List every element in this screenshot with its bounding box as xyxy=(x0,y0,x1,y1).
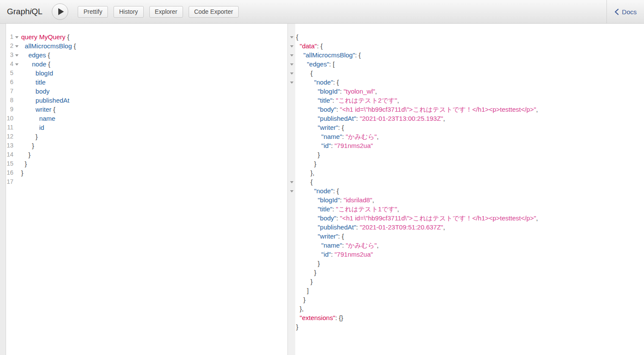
play-icon xyxy=(58,8,64,15)
code-token: : xyxy=(336,106,340,113)
query-code-line[interactable]: 12 } xyxy=(6,132,287,141)
query-code-text: } xyxy=(21,168,23,177)
code-token xyxy=(21,88,35,95)
toolbar-button-prettify[interactable]: Prettify xyxy=(78,6,108,18)
fold-gutter-cell xyxy=(13,96,20,105)
query-code-line[interactable]: 15 } xyxy=(6,159,287,168)
line-number: 15 xyxy=(6,159,13,168)
fold-gutter-cell xyxy=(13,177,20,186)
fold-toggle-icon[interactable] xyxy=(290,181,294,183)
code-token: }, xyxy=(300,305,303,312)
code-token: { xyxy=(46,60,50,68)
result-fold-gutter-cell xyxy=(288,286,295,295)
query-code-line[interactable]: 5 blogId xyxy=(6,69,287,78)
query-code-line[interactable]: 2 allMicrocmsBlog { xyxy=(6,41,287,50)
result-code-line: } xyxy=(296,268,644,277)
code-token: : xyxy=(340,196,344,204)
fold-toggle-icon[interactable] xyxy=(290,82,294,84)
line-number: 10 xyxy=(6,114,13,123)
result-code-line: }, xyxy=(296,168,644,177)
code-token: edges xyxy=(28,51,46,59)
result-code-line: { xyxy=(296,69,644,78)
query-code-line[interactable]: 13 } xyxy=(6,141,287,150)
code-token: "writer" xyxy=(318,232,338,240)
code-token xyxy=(296,223,318,231)
fold-toggle-icon[interactable] xyxy=(290,45,294,47)
code-token xyxy=(296,196,318,204)
result-code-line: } xyxy=(296,295,644,304)
result-code-line: "blogId": "tyolon_wl", xyxy=(296,87,644,96)
code-token: : { xyxy=(338,124,344,131)
code-token: publishedAt xyxy=(35,97,69,104)
code-token: allMicrocmsBlog xyxy=(25,42,72,50)
result-fold-gutter-cell xyxy=(288,186,295,195)
app-title-part: Graph xyxy=(7,7,30,16)
fold-toggle-icon[interactable] xyxy=(290,36,294,38)
query-code-line[interactable]: 1query MyQuery { xyxy=(6,32,287,41)
fold-toggle-icon[interactable] xyxy=(290,190,294,192)
fold-gutter-cell xyxy=(13,87,20,96)
code-token: : { xyxy=(355,51,361,59)
string-value: "2021-01-23T13:00:25.193Z" xyxy=(360,115,443,122)
query-editor[interactable]: 1query MyQuery {2 allMicrocmsBlog {3 edg… xyxy=(6,24,287,355)
code-token xyxy=(21,151,28,158)
fold-toggle-icon[interactable] xyxy=(15,45,19,47)
code-token: { xyxy=(51,106,55,113)
query-code-line[interactable]: 10 name xyxy=(6,114,287,123)
code-token xyxy=(296,97,318,104)
query-code-line[interactable]: 7 body xyxy=(6,87,287,96)
code-token xyxy=(296,296,303,303)
result-fold-gutter-cell xyxy=(288,223,295,232)
query-code-line[interactable]: 6 title xyxy=(6,78,287,87)
query-code-line[interactable]: 16} xyxy=(6,168,287,177)
string-value: "かみむら" xyxy=(346,133,377,140)
code-token: } xyxy=(21,169,23,176)
query-code-text: query MyQuery { xyxy=(21,32,69,41)
fold-toggle-icon[interactable] xyxy=(15,54,19,57)
result-code-line: "title": "これはテスト1です", xyxy=(296,204,644,214)
code-token xyxy=(296,142,321,149)
code-token: : xyxy=(336,214,340,222)
code-token xyxy=(296,88,318,95)
result-fold-gutter-cell xyxy=(288,195,295,204)
line-number: 11 xyxy=(6,123,13,132)
execute-query-button[interactable] xyxy=(52,3,68,20)
result-code-line: { xyxy=(296,32,644,41)
fold-toggle-icon[interactable] xyxy=(290,63,294,66)
code-token xyxy=(296,205,318,213)
query-code-text: publishedAt xyxy=(21,96,69,105)
toolbar-button-history[interactable]: History xyxy=(114,6,144,18)
result-gutter-resize-handle[interactable] xyxy=(287,24,295,355)
code-token: , xyxy=(536,106,538,113)
fold-toggle-icon[interactable] xyxy=(15,63,19,66)
string-value: "791nms2ua" xyxy=(335,251,373,258)
fold-toggle-icon[interactable] xyxy=(15,36,19,38)
toolbar-button-explorer[interactable]: Explorer xyxy=(149,6,183,18)
query-code-line[interactable]: 8 publishedAt xyxy=(6,96,287,105)
fold-toggle-icon[interactable] xyxy=(290,72,294,75)
fold-gutter-cell xyxy=(13,69,20,78)
query-code-line[interactable]: 14 } xyxy=(6,150,287,159)
fold-gutter-cell xyxy=(13,114,20,123)
query-code-line[interactable]: 17 xyxy=(6,177,287,186)
toolbar-button-code-exporter[interactable]: Code Exporter xyxy=(189,6,239,18)
code-token: MyQuery xyxy=(39,33,66,41)
result-fold-gutter-cell xyxy=(288,168,295,177)
docs-link[interactable]: Docs xyxy=(607,8,644,16)
result-fold-gutter-cell xyxy=(288,214,295,223)
query-code-text: writer { xyxy=(21,105,55,114)
code-token: : {} xyxy=(335,314,343,321)
query-code-line[interactable]: 9 writer { xyxy=(6,105,287,114)
query-code-line[interactable]: 11 id xyxy=(6,123,287,132)
code-token: name xyxy=(39,115,56,122)
result-fold-gutter-cell xyxy=(288,159,295,168)
code-token: "body" xyxy=(318,214,336,222)
code-token: , xyxy=(377,242,379,249)
code-token: "id" xyxy=(321,251,331,258)
code-token: } xyxy=(25,160,27,167)
fold-gutter-cell xyxy=(13,32,20,41)
query-code-line[interactable]: 3 edges { xyxy=(6,50,287,60)
result-code-line: } xyxy=(296,150,644,159)
fold-toggle-icon[interactable] xyxy=(290,54,294,57)
query-code-line[interactable]: 4 node { xyxy=(6,60,287,69)
